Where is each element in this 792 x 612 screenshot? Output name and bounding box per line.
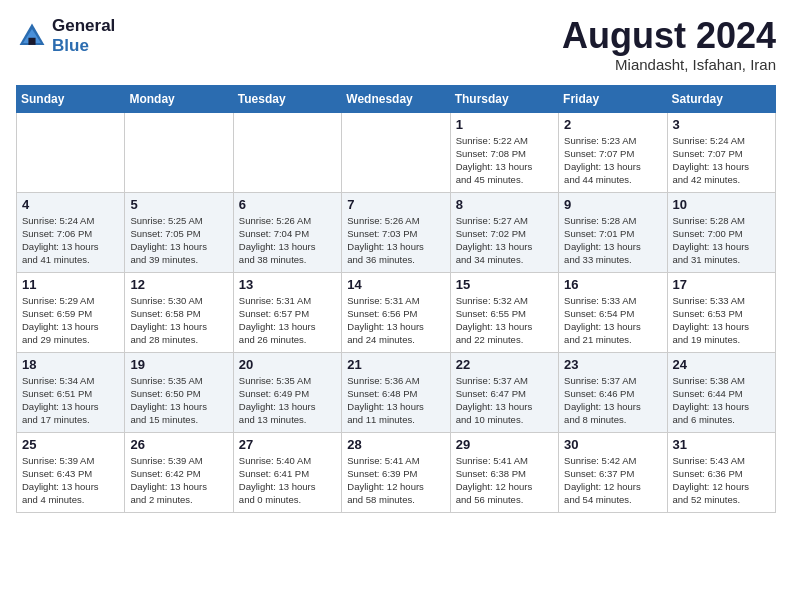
day-info: Sunrise: 5:39 AM Sunset: 6:42 PM Dayligh… [130,454,227,507]
day-info: Sunrise: 5:24 AM Sunset: 7:06 PM Dayligh… [22,214,119,267]
calendar-cell: 27Sunrise: 5:40 AM Sunset: 6:41 PM Dayli… [233,432,341,512]
col-header-saturday: Saturday [667,85,775,112]
calendar-cell: 5Sunrise: 5:25 AM Sunset: 7:05 PM Daylig… [125,192,233,272]
day-info: Sunrise: 5:26 AM Sunset: 7:04 PM Dayligh… [239,214,336,267]
day-number: 10 [673,197,770,212]
calendar-cell: 12Sunrise: 5:30 AM Sunset: 6:58 PM Dayli… [125,272,233,352]
day-number: 20 [239,357,336,372]
col-header-thursday: Thursday [450,85,558,112]
calendar-cell: 23Sunrise: 5:37 AM Sunset: 6:46 PM Dayli… [559,352,667,432]
title-block: August 2024 Miandasht, Isfahan, Iran [562,16,776,73]
day-number: 4 [22,197,119,212]
calendar-cell: 2Sunrise: 5:23 AM Sunset: 7:07 PM Daylig… [559,112,667,192]
day-number: 23 [564,357,661,372]
calendar-cell: 10Sunrise: 5:28 AM Sunset: 7:00 PM Dayli… [667,192,775,272]
day-info: Sunrise: 5:35 AM Sunset: 6:50 PM Dayligh… [130,374,227,427]
calendar-cell: 28Sunrise: 5:41 AM Sunset: 6:39 PM Dayli… [342,432,450,512]
day-number: 12 [130,277,227,292]
calendar-cell [342,112,450,192]
calendar-cell: 13Sunrise: 5:31 AM Sunset: 6:57 PM Dayli… [233,272,341,352]
day-number: 30 [564,437,661,452]
calendar-cell: 19Sunrise: 5:35 AM Sunset: 6:50 PM Dayli… [125,352,233,432]
day-info: Sunrise: 5:27 AM Sunset: 7:02 PM Dayligh… [456,214,553,267]
day-number: 6 [239,197,336,212]
day-number: 21 [347,357,444,372]
day-info: Sunrise: 5:26 AM Sunset: 7:03 PM Dayligh… [347,214,444,267]
calendar-cell: 29Sunrise: 5:41 AM Sunset: 6:38 PM Dayli… [450,432,558,512]
day-info: Sunrise: 5:29 AM Sunset: 6:59 PM Dayligh… [22,294,119,347]
calendar-cell: 11Sunrise: 5:29 AM Sunset: 6:59 PM Dayli… [17,272,125,352]
calendar-week-5: 25Sunrise: 5:39 AM Sunset: 6:43 PM Dayli… [17,432,776,512]
calendar-cell: 1Sunrise: 5:22 AM Sunset: 7:08 PM Daylig… [450,112,558,192]
day-info: Sunrise: 5:23 AM Sunset: 7:07 PM Dayligh… [564,134,661,187]
calendar-cell: 16Sunrise: 5:33 AM Sunset: 6:54 PM Dayli… [559,272,667,352]
day-number: 26 [130,437,227,452]
day-info: Sunrise: 5:33 AM Sunset: 6:53 PM Dayligh… [673,294,770,347]
calendar-week-2: 4Sunrise: 5:24 AM Sunset: 7:06 PM Daylig… [17,192,776,272]
day-number: 2 [564,117,661,132]
day-info: Sunrise: 5:40 AM Sunset: 6:41 PM Dayligh… [239,454,336,507]
day-info: Sunrise: 5:32 AM Sunset: 6:55 PM Dayligh… [456,294,553,347]
calendar-week-4: 18Sunrise: 5:34 AM Sunset: 6:51 PM Dayli… [17,352,776,432]
calendar-cell: 20Sunrise: 5:35 AM Sunset: 6:49 PM Dayli… [233,352,341,432]
day-number: 25 [22,437,119,452]
day-info: Sunrise: 5:35 AM Sunset: 6:49 PM Dayligh… [239,374,336,427]
calendar-cell: 8Sunrise: 5:27 AM Sunset: 7:02 PM Daylig… [450,192,558,272]
day-number: 8 [456,197,553,212]
calendar-cell: 30Sunrise: 5:42 AM Sunset: 6:37 PM Dayli… [559,432,667,512]
day-number: 18 [22,357,119,372]
day-number: 16 [564,277,661,292]
calendar-cell: 31Sunrise: 5:43 AM Sunset: 6:36 PM Dayli… [667,432,775,512]
calendar-cell: 25Sunrise: 5:39 AM Sunset: 6:43 PM Dayli… [17,432,125,512]
col-header-sunday: Sunday [17,85,125,112]
calendar-cell: 3Sunrise: 5:24 AM Sunset: 7:07 PM Daylig… [667,112,775,192]
day-info: Sunrise: 5:30 AM Sunset: 6:58 PM Dayligh… [130,294,227,347]
day-number: 7 [347,197,444,212]
calendar-cell: 7Sunrise: 5:26 AM Sunset: 7:03 PM Daylig… [342,192,450,272]
day-info: Sunrise: 5:28 AM Sunset: 7:00 PM Dayligh… [673,214,770,267]
calendar-cell: 6Sunrise: 5:26 AM Sunset: 7:04 PM Daylig… [233,192,341,272]
calendar-cell: 22Sunrise: 5:37 AM Sunset: 6:47 PM Dayli… [450,352,558,432]
header-row: SundayMondayTuesdayWednesdayThursdayFrid… [17,85,776,112]
col-header-wednesday: Wednesday [342,85,450,112]
day-number: 17 [673,277,770,292]
day-info: Sunrise: 5:43 AM Sunset: 6:36 PM Dayligh… [673,454,770,507]
calendar-week-3: 11Sunrise: 5:29 AM Sunset: 6:59 PM Dayli… [17,272,776,352]
day-number: 19 [130,357,227,372]
col-header-friday: Friday [559,85,667,112]
day-info: Sunrise: 5:31 AM Sunset: 6:56 PM Dayligh… [347,294,444,347]
calendar-cell: 14Sunrise: 5:31 AM Sunset: 6:56 PM Dayli… [342,272,450,352]
col-header-tuesday: Tuesday [233,85,341,112]
day-number: 13 [239,277,336,292]
calendar-cell: 21Sunrise: 5:36 AM Sunset: 6:48 PM Dayli… [342,352,450,432]
day-number: 29 [456,437,553,452]
day-info: Sunrise: 5:38 AM Sunset: 6:44 PM Dayligh… [673,374,770,427]
calendar-cell [233,112,341,192]
logo-text: General Blue [52,16,115,55]
location-subtitle: Miandasht, Isfahan, Iran [562,56,776,73]
day-number: 14 [347,277,444,292]
day-info: Sunrise: 5:24 AM Sunset: 7:07 PM Dayligh… [673,134,770,187]
day-number: 3 [673,117,770,132]
calendar-week-1: 1Sunrise: 5:22 AM Sunset: 7:08 PM Daylig… [17,112,776,192]
day-number: 5 [130,197,227,212]
calendar-cell: 17Sunrise: 5:33 AM Sunset: 6:53 PM Dayli… [667,272,775,352]
day-info: Sunrise: 5:28 AM Sunset: 7:01 PM Dayligh… [564,214,661,267]
day-number: 31 [673,437,770,452]
col-header-monday: Monday [125,85,233,112]
calendar-cell: 15Sunrise: 5:32 AM Sunset: 6:55 PM Dayli… [450,272,558,352]
logo-icon [16,20,48,52]
day-info: Sunrise: 5:31 AM Sunset: 6:57 PM Dayligh… [239,294,336,347]
logo: General Blue [16,16,115,55]
calendar-cell [17,112,125,192]
day-number: 24 [673,357,770,372]
day-number: 28 [347,437,444,452]
day-number: 27 [239,437,336,452]
day-info: Sunrise: 5:41 AM Sunset: 6:39 PM Dayligh… [347,454,444,507]
day-info: Sunrise: 5:34 AM Sunset: 6:51 PM Dayligh… [22,374,119,427]
day-number: 9 [564,197,661,212]
day-number: 15 [456,277,553,292]
calendar-cell: 26Sunrise: 5:39 AM Sunset: 6:42 PM Dayli… [125,432,233,512]
month-year-title: August 2024 [562,16,776,56]
day-info: Sunrise: 5:37 AM Sunset: 6:47 PM Dayligh… [456,374,553,427]
